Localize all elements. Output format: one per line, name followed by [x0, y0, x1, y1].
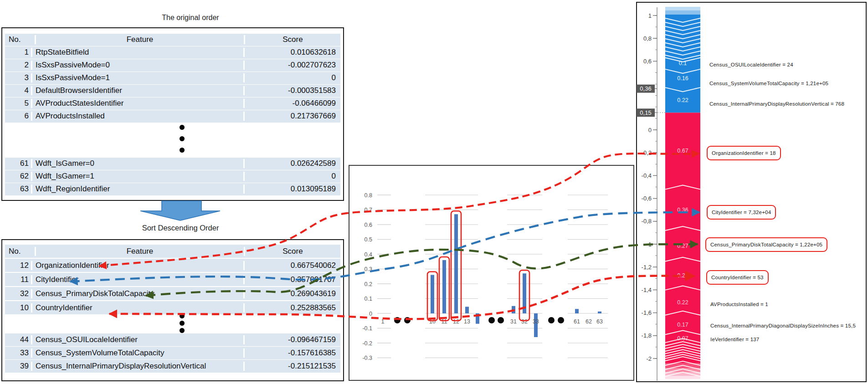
table-row: 11CityIdentifier0.357091707 — [5, 273, 340, 286]
svg-text:0.27: 0.27 — [677, 243, 688, 249]
force-label-diagonal-size: Census_InternalPrimaryDiagonalDisplaySiz… — [710, 323, 856, 328]
svg-text:33: 33 — [533, 318, 539, 325]
table-row: 6AVProductsInstalled0.217367669 — [5, 110, 340, 123]
table-row: 32Census_PrimaryDiskTotalCapacity0.26904… — [5, 287, 340, 300]
force-label-av-products: AVProductsInstalled = 1 — [710, 302, 768, 307]
sort-descending-label: Sort Descending Order — [112, 224, 249, 232]
svg-text:0,15: 0,15 — [640, 109, 651, 116]
table-row: 62Wdft_IsGamer=10 — [5, 170, 340, 183]
svg-text:0.07: 0.07 — [677, 335, 688, 342]
svg-text:-0.1: -0.1 — [362, 325, 372, 332]
svg-text:0.8: 0.8 — [365, 192, 372, 199]
svg-text:-0,4: -0,4 — [642, 172, 652, 179]
svg-text:0.22: 0.22 — [677, 97, 688, 103]
svg-text:11: 11 — [442, 318, 447, 325]
table-row: 10CountryIdentifier0.252883565 — [5, 301, 340, 314]
svg-text:0.25: 0.25 — [677, 272, 688, 279]
svg-text:-0,8: -0,8 — [642, 218, 652, 225]
sorted-order-table: No. Feature Score 12OrganizationIdentifi… — [1, 239, 344, 381]
svg-text:0.1: 0.1 — [365, 296, 372, 302]
svg-text:61: 61 — [574, 318, 580, 325]
svg-text:0: 0 — [648, 127, 652, 133]
svg-text:0.6: 0.6 — [365, 222, 372, 228]
force-label-ie-ver: IeVerIdentifier = 137 — [710, 337, 759, 342]
force-label-resolution-vertical: Census_InternalPrimaryDisplayResolutionV… — [709, 101, 844, 107]
table-row: 39Census_InternalPrimaryDisplayResolutio… — [5, 360, 340, 373]
svg-text:12: 12 — [453, 318, 459, 325]
svg-text:-0.2: -0.2 — [362, 340, 372, 347]
svg-text:62: 62 — [586, 318, 592, 325]
shap-bar-chart: 0.80.70.60.50.40.30.20.10-0.1-0.2-0.3110… — [349, 165, 634, 381]
svg-text:0.17: 0.17 — [677, 322, 688, 328]
svg-text:0.22: 0.22 — [677, 299, 688, 306]
ellipsis-dots — [180, 125, 185, 159]
svg-text:0.3: 0.3 — [365, 266, 372, 272]
table-row: 4DefaultBrowsersIdentifier-0.000351583 — [5, 85, 340, 97]
svg-text:0.4: 0.4 — [365, 251, 372, 258]
svg-text:13: 13 — [464, 318, 470, 325]
svg-text:31: 31 — [510, 318, 517, 325]
ellipsis-dots — [180, 313, 185, 335]
header-no: No. — [5, 247, 36, 256]
table-row: 44Census_OSUILocaleIdentifier-0.09646715… — [5, 333, 340, 346]
table-row: 3IsSxsPassiveMode=10 — [5, 72, 340, 84]
header-feature: Feature — [36, 247, 245, 256]
table-row: 2IsSxsPassiveMode=0-0.002707623 — [5, 59, 340, 72]
svg-text:0,36: 0,36 — [640, 85, 651, 92]
table-header: No. Feature Score — [5, 245, 340, 258]
svg-text:0: 0 — [369, 311, 372, 317]
svg-text:-2: -2 — [646, 355, 652, 362]
svg-text:0.2: 0.2 — [365, 281, 372, 287]
svg-text:0.16: 0.16 — [677, 75, 688, 82]
svg-text:0.36: 0.36 — [677, 207, 688, 213]
svg-text:-0,6: -0,6 — [642, 195, 652, 202]
svg-text:1: 1 — [648, 12, 652, 19]
force-label-city: CityIdentifier = 7,32e+04 — [707, 205, 776, 220]
svg-text:0.67: 0.67 — [677, 148, 688, 154]
svg-text:0.5: 0.5 — [365, 236, 372, 243]
svg-text:-0.3: -0.3 — [362, 355, 372, 361]
svg-text:63: 63 — [596, 318, 603, 325]
table-row: 1RtpStateBitfield0.010632618 — [5, 46, 340, 59]
svg-text:0.7: 0.7 — [365, 207, 372, 213]
table-header: No. Feature Score — [5, 34, 340, 46]
table-row: 33Census_SystemVolumeTotalCapacity-0.157… — [5, 347, 340, 359]
svg-text:-1: -1 — [646, 241, 652, 248]
original-order-table: No. Feature Score 1RtpStateBitfield0.010… — [1, 27, 344, 201]
svg-text:0,6: 0,6 — [643, 58, 652, 65]
force-label-osui-locale: Census_OSUILocaleIdentifier = 24 — [709, 62, 793, 67]
svg-text:-1,4: -1,4 — [642, 287, 652, 293]
svg-text:-1,6: -1,6 — [642, 309, 652, 316]
table-row: 61Wdft_IsGamer=00.026242589 — [5, 158, 340, 170]
header-feature: Feature — [36, 35, 245, 44]
svg-text:10: 10 — [429, 318, 436, 325]
header-score: Score — [245, 35, 340, 44]
table-row: 5AVProductStatesIdentifier-0.06466099 — [5, 97, 340, 110]
table-row: 63Wdft_RegionIdentifier0.013095189 — [5, 183, 340, 195]
svg-text:-0,2: -0,2 — [642, 149, 652, 156]
force-label-system-volume: Census_SystemVolumeTotalCapacity = 1,21e… — [709, 81, 828, 86]
force-label-primary-disk: Census_PrimaryDiskTotalCapacity = 1,22e+… — [705, 237, 827, 252]
header-score: Score — [245, 247, 340, 256]
table-row: 12OrganizationIdentifier0.667540062 — [5, 259, 340, 272]
svg-text:0.1: 0.1 — [679, 60, 687, 67]
header-no: No. — [5, 35, 36, 44]
force-label-organization: OrganizationIdentifier = 18 — [707, 146, 781, 160]
force-label-country: CountryIdentifier = 53 — [706, 270, 769, 285]
svg-text:0,8: 0,8 — [643, 35, 652, 42]
original-order-title: The original order — [122, 14, 259, 22]
svg-text:1: 1 — [381, 318, 385, 325]
sort-down-arrow-icon — [137, 200, 223, 222]
svg-text:-1,8: -1,8 — [642, 332, 652, 339]
svg-text:32: 32 — [521, 318, 528, 325]
svg-text:-1,2: -1,2 — [642, 264, 652, 271]
figure-canvas: The original order No. Feature Score 1Rt… — [0, 0, 868, 384]
